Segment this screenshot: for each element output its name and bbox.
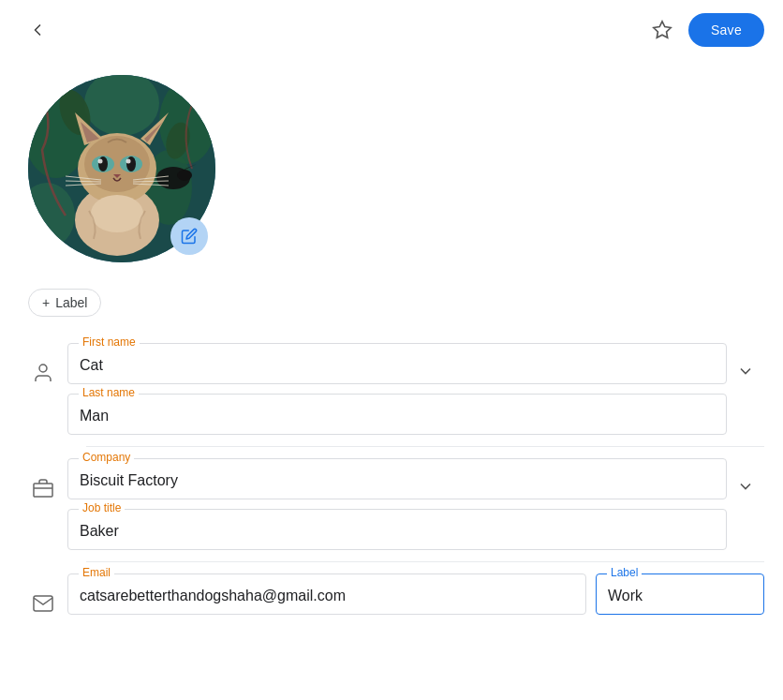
svg-marker-0 bbox=[654, 22, 671, 37]
svg-point-21 bbox=[126, 156, 136, 171]
email-label: Email bbox=[79, 566, 114, 579]
divider-2 bbox=[86, 561, 764, 562]
first-name-input[interactable] bbox=[67, 343, 727, 384]
name-form-row: First name Last name bbox=[19, 335, 764, 442]
svg-point-31 bbox=[91, 195, 143, 232]
company-wrapper: Company bbox=[67, 458, 727, 499]
divider-1 bbox=[86, 446, 764, 447]
email-icon bbox=[19, 573, 67, 615]
header-actions: Save bbox=[643, 11, 764, 49]
company-expand-button[interactable] bbox=[727, 468, 764, 505]
edit-avatar-button[interactable] bbox=[170, 217, 208, 255]
email-label-label: Label bbox=[607, 566, 642, 579]
job-title-wrapper: Job title bbox=[67, 509, 727, 550]
company-fields: Company Job title bbox=[67, 458, 727, 550]
email-wrapper: Email bbox=[67, 573, 586, 615]
plus-icon: + bbox=[42, 295, 50, 310]
svg-point-10 bbox=[177, 170, 192, 181]
company-input[interactable] bbox=[67, 458, 727, 499]
company-label: Company bbox=[79, 451, 134, 464]
email-label-wrapper: Label bbox=[596, 573, 764, 615]
last-name-label: Last name bbox=[79, 386, 139, 399]
form-section: First name Last name bbox=[0, 335, 783, 622]
email-fields: Email Label bbox=[67, 573, 764, 615]
label-button-text: Label bbox=[55, 295, 87, 310]
star-button[interactable] bbox=[643, 11, 681, 49]
email-input[interactable] bbox=[67, 573, 586, 615]
email-form-row: Email Label bbox=[19, 566, 764, 622]
avatar-section bbox=[0, 60, 783, 281]
last-name-input[interactable] bbox=[67, 394, 727, 435]
label-section: + Label bbox=[0, 281, 783, 335]
save-button[interactable]: Save bbox=[688, 13, 764, 47]
add-label-button[interactable]: + Label bbox=[28, 289, 101, 317]
job-title-input[interactable] bbox=[67, 509, 727, 550]
email-row: Email Label bbox=[67, 573, 764, 615]
svg-point-22 bbox=[98, 159, 103, 164]
header: Save bbox=[0, 0, 783, 60]
svg-point-20 bbox=[98, 156, 108, 171]
last-name-wrapper: Last name bbox=[67, 394, 727, 435]
avatar-container bbox=[28, 75, 215, 262]
svg-point-23 bbox=[126, 159, 131, 164]
first-name-wrapper: First name bbox=[67, 343, 727, 384]
business-icon bbox=[19, 458, 67, 499]
first-name-label: First name bbox=[79, 335, 140, 349]
name-fields: First name Last name bbox=[67, 343, 727, 435]
svg-point-32 bbox=[39, 365, 47, 372]
company-form-row: Company Job title bbox=[19, 451, 764, 558]
svg-rect-33 bbox=[34, 484, 52, 497]
email-label-input[interactable] bbox=[596, 573, 764, 615]
name-expand-button[interactable] bbox=[727, 352, 764, 390]
back-button[interactable] bbox=[19, 11, 56, 49]
job-title-label: Job title bbox=[79, 501, 125, 514]
person-icon bbox=[19, 343, 67, 384]
